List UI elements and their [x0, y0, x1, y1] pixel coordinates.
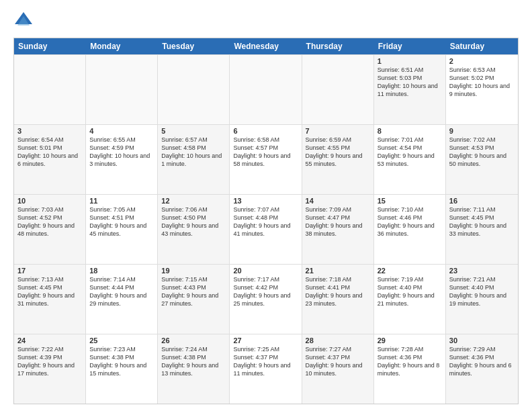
calendar-cell: 18Sunrise: 7:14 AM Sunset: 4:44 PM Dayli…: [86, 265, 158, 334]
cell-info: Sunrise: 6:51 AM Sunset: 5:03 PM Dayligh…: [378, 66, 442, 99]
cell-info: Sunrise: 7:02 AM Sunset: 4:53 PM Dayligh…: [449, 136, 515, 169]
header-day-saturday: Saturday: [446, 38, 518, 54]
day-number: 29: [378, 336, 442, 345]
cell-info: Sunrise: 6:55 AM Sunset: 4:59 PM Dayligh…: [89, 136, 154, 169]
calendar-cell: [230, 55, 302, 124]
day-number: 28: [306, 336, 370, 345]
calendar-cell: 28Sunrise: 7:27 AM Sunset: 4:37 PM Dayli…: [302, 334, 374, 404]
day-number: 6: [233, 127, 298, 135]
cell-info: Sunrise: 7:13 AM Sunset: 4:45 PM Dayligh…: [17, 275, 82, 308]
calendar-cell: 27Sunrise: 7:25 AM Sunset: 4:37 PM Dayli…: [230, 334, 302, 404]
header-day-wednesday: Wednesday: [230, 38, 302, 54]
day-number: 3: [17, 127, 82, 135]
cell-info: Sunrise: 6:53 AM Sunset: 5:02 PM Dayligh…: [449, 66, 515, 99]
day-number: 21: [306, 267, 370, 275]
cell-info: Sunrise: 7:18 AM Sunset: 4:41 PM Dayligh…: [306, 275, 370, 308]
calendar-cell: 3Sunrise: 6:54 AM Sunset: 5:01 PM Daylig…: [14, 125, 86, 194]
calendar-cell: 17Sunrise: 7:13 AM Sunset: 4:45 PM Dayli…: [14, 265, 86, 334]
calendar-cell: 7Sunrise: 6:59 AM Sunset: 4:55 PM Daylig…: [302, 125, 374, 194]
header-day-thursday: Thursday: [302, 38, 374, 54]
calendar-cell: 21Sunrise: 7:18 AM Sunset: 4:41 PM Dayli…: [302, 265, 374, 334]
cell-info: Sunrise: 7:03 AM Sunset: 4:52 PM Dayligh…: [17, 205, 82, 238]
calendar-cell: 4Sunrise: 6:55 AM Sunset: 4:59 PM Daylig…: [86, 125, 158, 194]
cell-info: Sunrise: 6:59 AM Sunset: 4:55 PM Dayligh…: [306, 136, 370, 169]
cell-info: Sunrise: 7:24 AM Sunset: 4:38 PM Dayligh…: [161, 345, 226, 378]
calendar-cell: 1Sunrise: 6:51 AM Sunset: 5:03 PM Daylig…: [374, 55, 446, 124]
cell-info: Sunrise: 7:19 AM Sunset: 4:40 PM Dayligh…: [378, 275, 442, 308]
calendar-cell: 11Sunrise: 7:05 AM Sunset: 4:51 PM Dayli…: [86, 195, 158, 264]
header-day-monday: Monday: [86, 38, 158, 54]
day-number: 23: [449, 267, 515, 275]
calendar-cell: 12Sunrise: 7:06 AM Sunset: 4:50 PM Dayli…: [158, 195, 230, 264]
cell-info: Sunrise: 7:11 AM Sunset: 4:45 PM Dayligh…: [449, 205, 515, 238]
calendar-header: SundayMondayTuesdayWednesdayThursdayFrid…: [14, 38, 518, 54]
cell-info: Sunrise: 7:01 AM Sunset: 4:54 PM Dayligh…: [378, 136, 442, 169]
day-number: 2: [449, 57, 515, 65]
calendar: SundayMondayTuesdayWednesdayThursdayFrid…: [13, 38, 519, 404]
day-number: 22: [378, 267, 442, 275]
calendar-cell: 23Sunrise: 7:21 AM Sunset: 4:40 PM Dayli…: [446, 265, 518, 334]
calendar-cell: [86, 55, 158, 124]
day-number: 8: [378, 127, 442, 135]
calendar-row-3: 17Sunrise: 7:13 AM Sunset: 4:45 PM Dayli…: [14, 264, 518, 334]
cell-info: Sunrise: 6:57 AM Sunset: 4:58 PM Dayligh…: [161, 136, 226, 169]
cell-info: Sunrise: 6:54 AM Sunset: 5:01 PM Dayligh…: [17, 136, 82, 169]
page: SundayMondayTuesdayWednesdayThursdayFrid…: [0, 0, 532, 411]
calendar-cell: [302, 55, 374, 124]
cell-info: Sunrise: 7:07 AM Sunset: 4:48 PM Dayligh…: [233, 205, 298, 238]
day-number: 10: [17, 197, 82, 205]
calendar-cell: [14, 55, 86, 124]
calendar-cell: 15Sunrise: 7:10 AM Sunset: 4:46 PM Dayli…: [374, 195, 446, 264]
day-number: 14: [306, 197, 370, 205]
cell-info: Sunrise: 7:06 AM Sunset: 4:50 PM Dayligh…: [161, 205, 226, 238]
cell-info: Sunrise: 7:23 AM Sunset: 4:38 PM Dayligh…: [89, 345, 154, 378]
day-number: 17: [17, 267, 82, 275]
calendar-row-4: 24Sunrise: 7:22 AM Sunset: 4:39 PM Dayli…: [14, 334, 518, 404]
cell-info: Sunrise: 7:29 AM Sunset: 4:36 PM Dayligh…: [449, 345, 515, 378]
day-number: 16: [449, 197, 515, 205]
header-day-tuesday: Tuesday: [158, 38, 230, 54]
calendar-cell: 2Sunrise: 6:53 AM Sunset: 5:02 PM Daylig…: [446, 55, 518, 124]
calendar-cell: 8Sunrise: 7:01 AM Sunset: 4:54 PM Daylig…: [374, 125, 446, 194]
cell-info: Sunrise: 7:21 AM Sunset: 4:40 PM Dayligh…: [449, 275, 515, 308]
day-number: 30: [449, 336, 515, 345]
day-number: 20: [233, 267, 298, 275]
cell-info: Sunrise: 7:27 AM Sunset: 4:37 PM Dayligh…: [306, 345, 370, 378]
cell-info: Sunrise: 7:09 AM Sunset: 4:47 PM Dayligh…: [306, 205, 370, 238]
day-number: 9: [449, 127, 515, 135]
calendar-cell: 29Sunrise: 7:28 AM Sunset: 4:36 PM Dayli…: [374, 334, 446, 404]
cell-info: Sunrise: 7:28 AM Sunset: 4:36 PM Dayligh…: [378, 345, 442, 378]
cell-info: Sunrise: 7:15 AM Sunset: 4:43 PM Dayligh…: [161, 275, 226, 308]
calendar-cell: 10Sunrise: 7:03 AM Sunset: 4:52 PM Dayli…: [14, 195, 86, 264]
day-number: 18: [89, 267, 154, 275]
day-number: 19: [161, 267, 226, 275]
day-number: 12: [161, 197, 226, 205]
calendar-row-0: 1Sunrise: 6:51 AM Sunset: 5:03 PM Daylig…: [14, 54, 518, 124]
logo-icon: [13, 11, 34, 31]
cell-info: Sunrise: 6:58 AM Sunset: 4:57 PM Dayligh…: [233, 136, 298, 169]
cell-info: Sunrise: 7:22 AM Sunset: 4:39 PM Dayligh…: [17, 345, 82, 378]
day-number: 27: [233, 336, 298, 345]
calendar-row-1: 3Sunrise: 6:54 AM Sunset: 5:01 PM Daylig…: [14, 124, 518, 194]
day-number: 25: [89, 336, 154, 345]
calendar-body: 1Sunrise: 6:51 AM Sunset: 5:03 PM Daylig…: [14, 54, 518, 404]
cell-info: Sunrise: 7:05 AM Sunset: 4:51 PM Dayligh…: [89, 205, 154, 238]
logo: [13, 11, 36, 31]
calendar-cell: 13Sunrise: 7:07 AM Sunset: 4:48 PM Dayli…: [230, 195, 302, 264]
day-number: 24: [17, 336, 82, 345]
day-number: 7: [306, 127, 370, 135]
day-number: 13: [233, 197, 298, 205]
day-number: 15: [378, 197, 442, 205]
calendar-cell: 25Sunrise: 7:23 AM Sunset: 4:38 PM Dayli…: [86, 334, 158, 404]
calendar-row-2: 10Sunrise: 7:03 AM Sunset: 4:52 PM Dayli…: [14, 194, 518, 264]
day-number: 1: [378, 57, 442, 65]
cell-info: Sunrise: 7:17 AM Sunset: 4:42 PM Dayligh…: [233, 275, 298, 308]
header: [13, 11, 519, 31]
cell-info: Sunrise: 7:14 AM Sunset: 4:44 PM Dayligh…: [89, 275, 154, 308]
calendar-cell: 14Sunrise: 7:09 AM Sunset: 4:47 PM Dayli…: [302, 195, 374, 264]
header-day-sunday: Sunday: [14, 38, 86, 54]
calendar-cell: 19Sunrise: 7:15 AM Sunset: 4:43 PM Dayli…: [158, 265, 230, 334]
calendar-cell: 30Sunrise: 7:29 AM Sunset: 4:36 PM Dayli…: [446, 334, 518, 404]
calendar-cell: 16Sunrise: 7:11 AM Sunset: 4:45 PM Dayli…: [446, 195, 518, 264]
day-number: 26: [161, 336, 226, 345]
